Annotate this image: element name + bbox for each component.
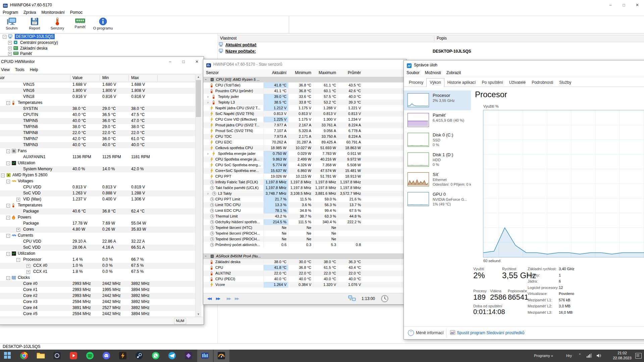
hwinfo-menu-monitorování[interactable]: Monitorování: [39, 9, 67, 16]
taskbar-icon-app-red[interactable]: [66, 350, 82, 362]
taskbar-icon-app-dark[interactable]: [49, 350, 65, 362]
table-row[interactable]: CPU PPT Limit21.7 %11.5 %59.0 %21.6 %: [203, 196, 406, 202]
chevron-right-icon[interactable]: ›: [207, 151, 209, 156]
table-row[interactable]: TMPIN742.0 °C36.0 °C61.0 °C: [0, 136, 196, 142]
taskbar-icon-hwmonitor[interactable]: [214, 350, 229, 362]
col-sensor[interactable]: sor: [0, 74, 5, 81]
hwmonitor-scrollbar[interactable]: ▲ ▼: [195, 74, 201, 317]
table-row[interactable]: CPU EDC70.262 A31.287 A89.425 A60.791 A: [203, 139, 406, 145]
close-icon[interactable]: ✕: [190, 57, 204, 67]
table-row[interactable]: -Currents: [0, 233, 196, 239]
table-row[interactable]: Core+SoC Spotřeba ene...15.637 W6.860 W4…: [203, 168, 406, 174]
table-row[interactable]: Core #32594 MHz2442 MHz3892 MHz: [0, 299, 196, 305]
taskbar-icon-app-blue[interactable]: [131, 350, 147, 362]
expand-icon[interactable]: -: [1, 174, 5, 177]
less-info-button[interactable]: Méně informací: [416, 330, 444, 335]
expand-icon[interactable]: -: [6, 252, 10, 256]
col-minimum[interactable]: Minimum: [288, 69, 311, 76]
sensors-titlebar[interactable]: HWiNFO64 v7.60-5170 - Stav senzorů: [203, 59, 406, 69]
table-row[interactable]: CPU VDD0.813 V0.813 V0.819 V: [0, 184, 196, 190]
remote-monitoring-icon[interactable]: [348, 295, 356, 304]
col-prumer[interactable]: Průměr: [338, 69, 361, 76]
hwinfo-main-titlebar[interactable]: HWiNFO64 v7.60-5170 – □ ✕: [0, 0, 644, 10]
toolbar-paměť[interactable]: Paměť: [69, 16, 91, 33]
hwmonitor-menu-view[interactable]: View: [0, 67, 12, 74]
scroll-down-icon[interactable]: ▼: [196, 311, 201, 317]
table-row[interactable]: Proud SoC (SVI2 TFN)7.107 A5.320 A9.056 …: [203, 128, 406, 134]
sidebar-item-gpu-0[interactable]: GPU 0NVIDIA GeForce G...1% (49 °C): [404, 189, 471, 209]
table-row[interactable]: Odchylky hlášení spotřeb...214.5 %111.5 …: [203, 219, 406, 225]
nav-next-icon[interactable]: ▶▶: [233, 295, 240, 303]
scroll-up-icon[interactable]: ▲: [196, 74, 201, 80]
table-row[interactable]: ›Spotřeba energie jader0.750 W0.029 W7.7…: [203, 151, 406, 157]
sidebar-item-disk-1-d-[interactable]: Disk 1 (D:)HDD0 %: [404, 150, 471, 170]
table-row[interactable]: CPU TDC7.973 A2.171 A33.750 A8.224 A: [203, 134, 406, 139]
table-row[interactable]: CPUTIN40.0 °C36.5 °C47.5 °C: [0, 112, 196, 118]
chevron-right-icon[interactable]: ›: [207, 100, 209, 105]
taskbar-icon-discord[interactable]: [99, 350, 114, 362]
toolbar-report[interactable]: Report: [23, 16, 46, 33]
sidebar-item-pam-[interactable]: Paměť6,4/15,9 GB (40 %): [404, 110, 471, 130]
taskmgr-menu-zobrazit[interactable]: Zobrazit: [444, 70, 464, 77]
expand-icon[interactable]: -: [6, 216, 10, 220]
expand-icon[interactable]: +: [26, 270, 30, 274]
table-row[interactable]: SoC VDD28.06 A4.16 A66.51 A: [0, 245, 196, 251]
table-row[interactable]: TMPIN822.0 °C22.0 °C22.0 °C: [0, 130, 196, 136]
chevron-down-icon[interactable]: ›: [203, 79, 209, 80]
table-row[interactable]: AUXFANIN11136 RPM1125 RPM1181 RPM: [0, 154, 196, 160]
maximize-icon[interactable]: □: [617, 0, 631, 10]
hwinfo-menu-zpráva[interactable]: Zpráva: [21, 9, 39, 16]
taskbar-clock[interactable]: 21:02 22.08.2023: [609, 351, 635, 361]
table-row[interactable]: CPU SoC Spotřeba energ...5.774 W4.326 W7…: [203, 162, 406, 168]
expand-icon[interactable]: +: [8, 47, 12, 50]
col-value[interactable]: Value: [72, 74, 83, 81]
expand-icon[interactable]: -: [6, 101, 10, 105]
table-row[interactable]: CPU (Tctl/Tdie)41.8 °C36.8 °C61.1 °C43.5…: [203, 82, 406, 88]
taskbar-programs-label[interactable]: Programy »: [534, 354, 553, 358]
table-row[interactable]: +CCX #01.0 %0.0 %67.5 %: [0, 263, 196, 269]
table-row[interactable]: Základní deska38.0 °C30.0 °C38.0 °C36.3 …: [203, 259, 406, 265]
col-senzor[interactable]: Senzor: [206, 69, 219, 76]
expand-icon[interactable]: -: [6, 234, 10, 238]
table-row[interactable]: SYSTIN38.0 °C29.0 °C38.0 °C: [0, 106, 196, 112]
tab-v-kon[interactable]: Výkon: [426, 78, 444, 87]
expand-icon[interactable]: +: [16, 198, 20, 201]
network-icon[interactable]: [586, 353, 592, 359]
expand-icon[interactable]: -: [6, 276, 10, 280]
taskbar-icon-file-explorer[interactable]: [33, 350, 49, 362]
table-row[interactable]: SoC Napětí (SVI2 TFN)0.813 V0.813 V0.813…: [203, 111, 406, 117]
table-row[interactable]: Core #52594 MHz2442 MHz3894 MHz: [0, 311, 196, 317]
taskbar-icon-hwinfo[interactable]: [197, 350, 213, 362]
table-row[interactable]: AUXTIN222.0 °C22.0 °C22.0 °C22.0 °C: [203, 270, 406, 276]
table-row[interactable]: Takt řadiče paměti (UCLK)1,197.8 MHz1,19…: [203, 185, 406, 191]
table-row[interactable]: -Temperatures: [0, 202, 196, 208]
chevron-down-icon[interactable]: ›: [203, 255, 209, 257]
taskmgr-menu-možnosti[interactable]: Možnosti: [422, 70, 444, 77]
table-row[interactable]: CPU Core VID (Effective)1.225 V1.175 V1.…: [203, 117, 406, 122]
hwinfo-menu-pomoc[interactable]: Pomoc: [67, 9, 85, 16]
table-row[interactable]: -Fans: [0, 148, 196, 154]
minimize-icon[interactable]: –: [163, 57, 177, 67]
table-row[interactable]: Tepelné škrcení (PROCH...NeNeNe: [203, 236, 406, 242]
hidden-icons-chevron[interactable]: ⌃: [578, 353, 581, 357]
expand-icon[interactable]: -: [6, 149, 10, 153]
expand-icon[interactable]: -: [6, 162, 10, 165]
table-row[interactable]: CPU (PECI)40.0 °C40.0 °C40.0 °C40.0 °C: [203, 276, 406, 282]
open-resource-monitor-link[interactable]: Spustit program Sledování prostředků: [457, 330, 524, 335]
table-row[interactable]: Tepelné škrcení (PROCH...NeNeNe: [203, 231, 406, 236]
table-row[interactable]: Celková spotřeba CPU18.985 W10.027 W51.6…: [203, 145, 406, 151]
table-row[interactable]: ›ASRock B450M Pro4 (Nu...: [203, 253, 406, 259]
minimize-icon[interactable]: –: [604, 0, 617, 10]
table-row[interactable]: TMPIN638.0 °C29.0 °C38.0 °C: [0, 124, 196, 130]
expand-icon[interactable]: -: [3, 35, 6, 39]
taskbar-icon-lightning[interactable]: [115, 350, 131, 362]
table-row[interactable]: SoC VDD1.263 V0.888 V1.288 V: [0, 190, 196, 196]
expand-icon[interactable]: -: [16, 258, 20, 262]
expand-icon[interactable]: +: [16, 228, 20, 232]
taskbar-icon-spotify[interactable]: [82, 350, 98, 362]
expand-icon[interactable]: +: [26, 264, 30, 268]
taskbar-icon-app-purple[interactable]: [181, 350, 197, 362]
taskbar-icon-chrome[interactable]: [16, 350, 32, 362]
expand-icon[interactable]: -: [6, 180, 10, 183]
table-row[interactable]: TMPIN340.0 °C40.0 °C40.0 °C: [0, 142, 196, 148]
